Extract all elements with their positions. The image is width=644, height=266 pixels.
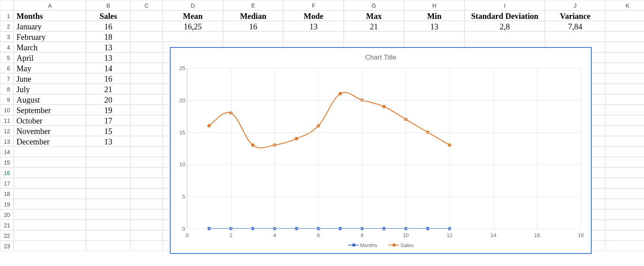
cell[interactable] — [86, 188, 130, 199]
cell[interactable]: 15 — [86, 126, 130, 136]
cell[interactable] — [130, 42, 163, 52]
row-header[interactable]: 12 — [0, 126, 14, 136]
cell[interactable]: Median — [223, 10, 283, 21]
cell[interactable] — [605, 220, 644, 230]
cell[interactable]: 16 — [86, 21, 130, 31]
row-header[interactable]: 10 — [0, 105, 14, 115]
row-header[interactable]: 17 — [0, 178, 14, 188]
cell[interactable] — [130, 146, 163, 157]
cell[interactable]: December — [14, 136, 86, 146]
cell[interactable]: January — [14, 21, 86, 31]
cell[interactable] — [605, 167, 644, 178]
row-header[interactable]: 2 — [0, 21, 14, 31]
cell[interactable] — [86, 199, 130, 209]
cell[interactable] — [605, 157, 644, 167]
cell[interactable] — [130, 52, 163, 63]
cell[interactable]: 18 — [86, 31, 130, 42]
column-header[interactable]: G — [344, 0, 404, 10]
cell[interactable] — [130, 199, 163, 209]
cell[interactable] — [130, 230, 163, 241]
cell[interactable] — [14, 188, 86, 199]
row-header[interactable]: 1 — [0, 10, 14, 21]
cell[interactable] — [86, 146, 130, 157]
cell[interactable] — [130, 188, 163, 199]
cell[interactable] — [86, 178, 130, 188]
cell[interactable]: Variance — [545, 10, 605, 21]
cell[interactable]: Min — [404, 10, 464, 21]
cell[interactable]: 19 — [86, 105, 130, 115]
cell[interactable] — [605, 10, 644, 21]
cell[interactable] — [14, 209, 86, 220]
cell[interactable]: Standard Deviation — [464, 10, 545, 21]
cell[interactable] — [605, 42, 644, 52]
row-header[interactable]: 14 — [0, 146, 14, 157]
cell[interactable] — [86, 220, 130, 230]
column-header[interactable]: I — [464, 0, 545, 10]
cell[interactable] — [14, 230, 86, 241]
cell[interactable]: 16 — [223, 21, 283, 31]
cell[interactable] — [605, 146, 644, 157]
row-header[interactable]: 6 — [0, 63, 14, 73]
column-header[interactable]: B — [86, 0, 130, 10]
cell[interactable]: 17 — [86, 115, 130, 126]
cell[interactable]: May — [14, 63, 86, 73]
cell[interactable] — [14, 220, 86, 230]
cell[interactable] — [14, 157, 86, 167]
cell[interactable]: February — [14, 31, 86, 42]
cell[interactable]: 13 — [86, 136, 130, 146]
cell[interactable] — [130, 84, 163, 94]
cell[interactable] — [86, 230, 130, 241]
cell[interactable] — [14, 167, 86, 178]
cell[interactable] — [344, 31, 404, 42]
cell[interactable]: August — [14, 94, 86, 105]
cell[interactable] — [163, 31, 223, 42]
cell[interactable] — [130, 73, 163, 84]
cell[interactable] — [605, 241, 644, 251]
cell[interactable] — [130, 10, 163, 21]
cell[interactable] — [605, 188, 644, 199]
cell[interactable]: 7,84 — [545, 21, 605, 31]
row-header[interactable]: 22 — [0, 230, 14, 241]
cell[interactable]: November — [14, 126, 86, 136]
row-header[interactable]: 3 — [0, 31, 14, 42]
cell[interactable] — [605, 52, 644, 63]
column-header[interactable]: E — [223, 0, 283, 10]
column-header[interactable]: C — [130, 0, 163, 10]
cell[interactable] — [605, 199, 644, 209]
cell[interactable] — [14, 241, 86, 251]
cell[interactable] — [605, 73, 644, 84]
cell[interactable] — [130, 136, 163, 146]
cell[interactable] — [130, 94, 163, 105]
cell[interactable] — [14, 178, 86, 188]
cell[interactable] — [130, 105, 163, 115]
cell[interactable] — [605, 230, 644, 241]
row-header[interactable]: 7 — [0, 73, 14, 84]
column-header[interactable]: A — [14, 0, 86, 10]
cell[interactable] — [605, 105, 644, 115]
cell[interactable]: 21 — [86, 84, 130, 94]
cell[interactable] — [605, 115, 644, 126]
row-header[interactable]: 4 — [0, 42, 14, 52]
cell[interactable]: 20 — [86, 94, 130, 105]
row-header[interactable]: 18 — [0, 188, 14, 199]
row-header[interactable]: 16 — [0, 167, 14, 178]
cell[interactable] — [605, 63, 644, 73]
cell[interactable] — [605, 209, 644, 220]
cell[interactable] — [86, 167, 130, 178]
row-header[interactable]: 21 — [0, 220, 14, 230]
cell[interactable] — [464, 31, 545, 42]
column-header[interactable]: K — [605, 0, 644, 10]
cell[interactable]: April — [14, 52, 86, 63]
cell[interactable]: March — [14, 42, 86, 52]
cell[interactable]: 13 — [283, 21, 344, 31]
cell[interactable]: 21 — [344, 21, 404, 31]
cell[interactable]: 13 — [404, 21, 464, 31]
cell[interactable] — [605, 178, 644, 188]
chart-object[interactable]: Chart Title 0510152025024681012141618 Mo… — [170, 47, 592, 251]
row-header[interactable]: 13 — [0, 136, 14, 146]
cell[interactable]: 13 — [86, 42, 130, 52]
cell[interactable] — [605, 126, 644, 136]
cell[interactable] — [404, 31, 464, 42]
cell[interactable] — [130, 21, 163, 31]
cell[interactable] — [14, 199, 86, 209]
